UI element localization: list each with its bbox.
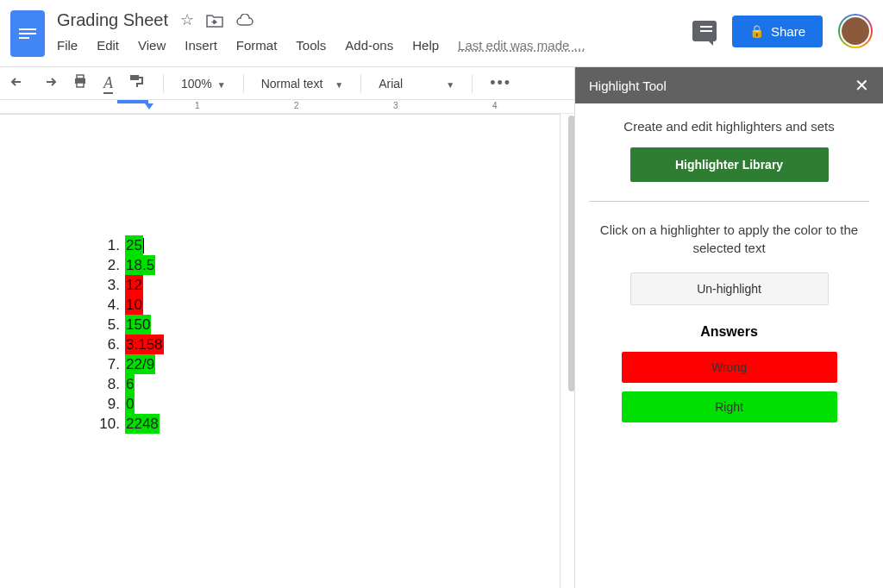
more-toolbar-icon[interactable]: ••• [490, 74, 511, 92]
wrong-highlighter-button[interactable]: Wrong [622, 352, 837, 383]
share-button[interactable]: 🔒 Share [732, 16, 823, 47]
last-edit-link[interactable]: Last edit was made … [458, 38, 586, 53]
instruction-text: Click on a highlighter to apply the colo… [589, 221, 869, 257]
list-number: 8. [94, 374, 120, 394]
sidebar-title: Highlight Tool [589, 78, 667, 93]
title-area: Grading Sheet ☆ File Edit View Insert Fo… [57, 7, 692, 53]
highlighted-text[interactable]: 150 [125, 315, 151, 335]
app-header: Grading Sheet ☆ File Edit View Insert Fo… [0, 0, 883, 67]
list-number: 3. [94, 275, 120, 295]
text-cursor [143, 238, 144, 253]
svg-rect-3 [130, 75, 139, 80]
redo-icon[interactable] [41, 74, 57, 92]
highlighted-text[interactable]: 12 [125, 275, 143, 295]
highlighted-text[interactable]: 2248 [125, 414, 160, 434]
list-number: 2. [94, 255, 120, 275]
list-item[interactable]: 9.0 [94, 394, 560, 414]
highlighted-text[interactable]: 18.5 [125, 255, 155, 275]
highlighter-library-button[interactable]: Highlighter Library [630, 147, 829, 182]
menu-view[interactable]: View [138, 38, 166, 53]
highlighted-text[interactable]: 22/9 [125, 354, 155, 374]
move-folder-icon[interactable] [206, 11, 223, 29]
list-item[interactable]: 10.2248 [94, 414, 560, 434]
unhighlight-button[interactable]: Un-highlight [630, 272, 829, 305]
highlighted-text[interactable]: 25 [125, 235, 143, 255]
avatar[interactable] [838, 14, 873, 48]
list-item[interactable]: 4.10 [94, 295, 560, 315]
sidebar-header: Highlight Tool ✕ [575, 67, 883, 103]
font-dropdown[interactable]: Arial▼ [379, 74, 454, 92]
menu-format[interactable]: Format [236, 38, 278, 53]
highlighted-text[interactable]: 6 [125, 374, 135, 394]
answers-heading: Answers [589, 324, 869, 340]
menu-insert[interactable]: Insert [185, 38, 217, 53]
list-item[interactable]: 8.6 [94, 374, 560, 394]
style-dropdown[interactable]: Normal text▼ [261, 74, 343, 92]
close-icon[interactable]: ✕ [855, 75, 869, 96]
list-item[interactable]: 7.22/9 [94, 354, 560, 374]
doc-title[interactable]: Grading Sheet [57, 10, 168, 30]
zoom-dropdown[interactable]: 100%▼ [181, 74, 226, 92]
list-item[interactable]: 1.25 [94, 235, 560, 255]
docs-logo-icon[interactable] [10, 10, 45, 57]
menu-bar: File Edit View Insert Format Tools Add-o… [57, 38, 692, 53]
svg-rect-2 [77, 83, 84, 87]
right-highlighter-button[interactable]: Right [622, 391, 837, 422]
list-number: 9. [94, 394, 120, 414]
list-item[interactable]: 3.12 [94, 275, 560, 295]
create-edit-text: Create and edit highlighters and sets [589, 119, 869, 134]
list-number: 4. [94, 295, 120, 315]
list-number: 7. [94, 354, 120, 374]
document-area: 1 2 3 4 1.252.18.53.124.105.1506.3.1587.… [0, 100, 574, 588]
list-number: 5. [94, 315, 120, 335]
menu-addons[interactable]: Add-ons [345, 38, 393, 53]
highlighted-text[interactable]: 10 [125, 295, 143, 315]
header-actions: 🔒 Share [692, 14, 873, 48]
list-item[interactable]: 2.18.5 [94, 255, 560, 275]
star-icon[interactable]: ☆ [180, 10, 194, 29]
list-number: 10. [94, 414, 120, 434]
svg-rect-1 [77, 75, 84, 78]
list-number: 1. [94, 235, 120, 255]
comments-icon[interactable] [692, 21, 717, 41]
menu-help[interactable]: Help [412, 38, 439, 53]
menu-tools[interactable]: Tools [296, 38, 326, 53]
menu-edit[interactable]: Edit [97, 38, 119, 53]
menu-file[interactable]: File [57, 38, 78, 53]
undo-icon[interactable] [10, 74, 26, 92]
share-label: Share [771, 24, 805, 39]
list-number: 6. [94, 335, 120, 354]
list-item[interactable]: 6.3.158 [94, 335, 560, 354]
ruler[interactable]: 1 2 3 4 [0, 100, 574, 114]
paint-format-icon[interactable] [128, 73, 146, 93]
list-item[interactable]: 5.150 [94, 315, 560, 335]
page[interactable]: 1.252.18.53.124.105.1506.3.1587.22/98.69… [0, 114, 560, 588]
cloud-status-icon[interactable] [235, 11, 254, 29]
lock-icon: 🔒 [749, 24, 764, 38]
print-icon[interactable] [72, 73, 88, 93]
spellcheck-icon[interactable]: A [103, 74, 113, 92]
highlighted-text[interactable]: 3.158 [125, 335, 164, 354]
highlight-sidebar: Highlight Tool ✕ Create and edit highlig… [574, 67, 883, 588]
highlighted-text[interactable]: 0 [125, 394, 135, 414]
